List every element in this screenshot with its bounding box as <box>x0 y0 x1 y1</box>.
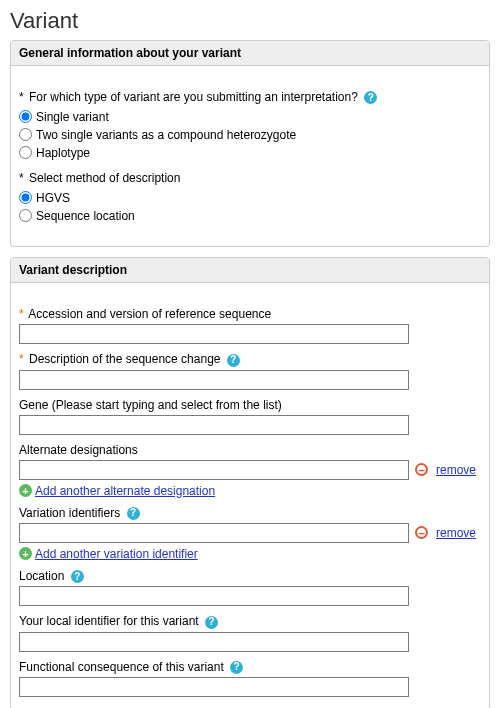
method-group: HGVS Sequence location <box>19 189 481 224</box>
variant-type-group: Single variant Two single variants as a … <box>19 108 481 161</box>
accession-label: * Accession and version of reference seq… <box>19 307 481 321</box>
location-label-text: Location <box>19 569 64 583</box>
variant-type-option-label: Single variant <box>36 110 109 124</box>
description-input[interactable] <box>19 370 409 390</box>
functional-consequence-input[interactable] <box>19 677 409 697</box>
add-icon[interactable]: + <box>19 484 32 497</box>
description-label: * Description of the sequence change ? <box>19 352 481 366</box>
required-asterisk: * <box>19 352 24 366</box>
local-id-input[interactable] <box>19 632 409 652</box>
variant-description-header: Variant description <box>11 258 489 283</box>
location-label: Location ? <box>19 569 481 583</box>
local-id-label-text: Your local identifier for this variant <box>19 614 199 628</box>
variant-description-panel: Variant description * Accession and vers… <box>10 257 490 708</box>
method-option-seqloc[interactable]: Sequence location <box>19 207 481 224</box>
add-varid-link[interactable]: Add another variation identifier <box>35 547 198 561</box>
general-info-panel: General information about your variant *… <box>10 40 490 247</box>
functional-consequence-label: Functional consequence of this variant ? <box>19 660 481 674</box>
method-option-label: Sequence location <box>36 209 135 223</box>
variation-id-input[interactable] <box>19 523 409 543</box>
variant-type-radio-haplotype[interactable] <box>19 146 32 159</box>
functional-consequence-label-text: Functional consequence of this variant <box>19 660 224 674</box>
alt-designation-input[interactable] <box>19 460 409 480</box>
description-label-text: Description of the sequence change <box>29 352 220 366</box>
alt-designation-label: Alternate designations <box>19 443 481 457</box>
gene-input[interactable] <box>19 415 409 435</box>
method-option-hgvs[interactable]: HGVS <box>19 189 481 206</box>
remove-varid-link[interactable]: remove <box>436 526 476 540</box>
accession-input[interactable] <box>19 324 409 344</box>
location-input[interactable] <box>19 586 409 606</box>
help-icon[interactable]: ? <box>364 91 377 104</box>
help-icon[interactable]: ? <box>127 507 140 520</box>
general-info-header: General information about your variant <box>11 41 489 66</box>
gene-label: Gene (Please start typing and select fro… <box>19 398 481 412</box>
variant-type-option-compound[interactable]: Two single variants as a compound hetero… <box>19 126 481 143</box>
help-icon[interactable]: ? <box>227 354 240 367</box>
add-alt-link[interactable]: Add another alternate designation <box>35 484 215 498</box>
remove-icon[interactable]: – <box>415 463 428 476</box>
remove-icon[interactable]: – <box>415 526 428 539</box>
variant-type-option-label: Haplotype <box>36 146 90 160</box>
required-asterisk: * <box>19 171 24 185</box>
help-icon[interactable]: ? <box>205 616 218 629</box>
variant-type-label: * For which type of variant are you subm… <box>19 90 481 104</box>
variant-type-option-single[interactable]: Single variant <box>19 108 481 125</box>
remove-alt-link[interactable]: remove <box>436 463 476 477</box>
accession-label-text: Accession and version of reference seque… <box>28 307 271 321</box>
required-asterisk: * <box>19 90 24 104</box>
required-asterisk: * <box>19 307 24 321</box>
method-option-label: HGVS <box>36 191 70 205</box>
add-icon[interactable]: + <box>19 547 32 560</box>
help-icon[interactable]: ? <box>71 570 84 583</box>
variant-type-radio-compound[interactable] <box>19 128 32 141</box>
method-radio-seqloc[interactable] <box>19 209 32 222</box>
page-title: Variant <box>10 8 490 34</box>
variant-type-option-haplotype[interactable]: Haplotype <box>19 144 481 161</box>
variant-type-radio-single[interactable] <box>19 110 32 123</box>
method-label-text: Select method of description <box>29 171 180 185</box>
method-radio-hgvs[interactable] <box>19 191 32 204</box>
variation-id-label: Variation identifiers ? <box>19 506 481 520</box>
variant-type-label-text: For which type of variant are you submit… <box>29 90 358 104</box>
method-label: * Select method of description <box>19 171 481 185</box>
variant-type-option-label: Two single variants as a compound hetero… <box>36 128 296 142</box>
variation-id-label-text: Variation identifiers <box>19 506 120 520</box>
local-id-label: Your local identifier for this variant ? <box>19 614 481 628</box>
help-icon[interactable]: ? <box>230 661 243 674</box>
